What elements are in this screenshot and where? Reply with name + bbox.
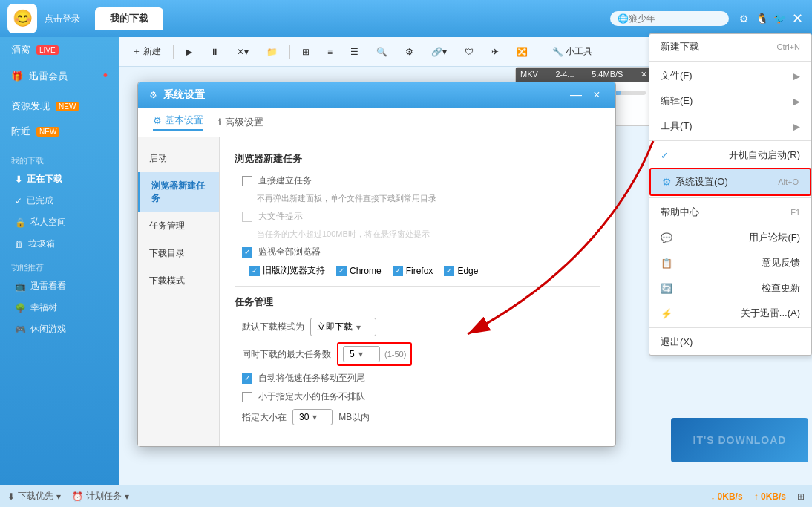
direct-task-checkbox[interactable] [242,176,252,186]
sidebar-item-nearby[interactable]: 附近 NEW [0,119,119,144]
large-file-sublabel: 当任务的大小超过100MB时，将在悬浮窗处提示 [257,229,430,240]
dialog-minimize-button[interactable]: — [569,88,583,102]
sidebar-item-happy-tree[interactable]: 🌳 幸福树 [0,297,119,318]
link-button[interactable]: 🔗▾ [425,45,453,59]
sidebar-item-trash[interactable]: 🗑 垃圾箱 [0,233,119,255]
menu-edit[interactable]: 编辑(E) ▶ [649,88,811,114]
menu-feedback[interactable]: 📋 意见反馈 [649,250,811,275]
login-button[interactable]: 点击登录 [45,13,80,25]
large-file-checkbox[interactable] [242,212,252,222]
tools-button[interactable]: 🔧 小工具 [546,43,598,60]
sidebar-item-resources[interactable]: 资源发现 NEW [0,94,119,119]
menu-about-label: 关于迅雷...(A) [741,307,800,320]
settings-icon[interactable]: ⚙ [736,11,751,26]
legacy-checkbox[interactable]: ✓ [249,266,260,276]
tab-advanced-settings[interactable]: ℹ 高级设置 [218,114,263,131]
sidebar-item-games[interactable]: 🎮 休闲游戏 [0,318,119,340]
mkv-info: 2-4... [555,70,574,79]
task-section-title: 任务管理 [235,295,600,309]
size-select[interactable]: 30 ▾ [292,409,333,425]
search-button[interactable]: 🔍 [370,45,393,59]
nav-download-mode[interactable]: 下载模式 [138,267,219,295]
sidebar-nearby-label: 附近 [11,125,30,138]
menu-help-shortcut: F1 [790,208,800,217]
default-mode-select[interactable]: 立即下载 ▾ [310,318,376,336]
sidebar-item-xunlei-tv[interactable]: 📺 迅雷看看 [0,275,119,297]
globe-icon: 🌐 [618,13,629,24]
firefox-checkbox[interactable]: ✓ [393,266,403,276]
sidebar-item-private[interactable]: 🔒 私人空间 [0,212,119,233]
window-icon[interactable]: 🐦 [772,11,787,26]
menu-separator-1 [649,61,811,62]
menu-new-download[interactable]: 新建下载 Ctrl+N [649,34,811,59]
dialog-settings-icon: ⚙ [149,90,157,100]
tab-basic-settings[interactable]: ⚙ 基本设置 [153,114,203,131]
grid-view-button[interactable]: ⊞ [797,491,805,502]
dialog-close-button[interactable]: × [589,88,604,102]
max-tasks-row: 同时下载的最大任务数 5 ▾ (1-50) [235,342,600,366]
sidebar-item-vip[interactable]: 🎁 迅雷会员 • [0,62,119,90]
monitor-browsers-checkbox[interactable]: ✓ [242,247,252,258]
forum-icon: 💬 [661,232,672,243]
menu-file[interactable]: 文件(F) ▶ [649,63,811,88]
firefox-label: Firefox [406,266,433,276]
search-input[interactable] [629,13,718,24]
menu-forum[interactable]: 💬 用户论坛(F) [649,225,811,250]
menu-new-download-label: 新建下载 [661,40,699,53]
direct-task-row: 直接建立任务 [235,174,600,187]
list-button[interactable]: ≡ [321,45,338,59]
max-tasks-range: (1-50) [384,350,406,359]
new-button[interactable]: ＋ 新建 [126,43,167,60]
menu-autostart-label: 开机自动启动(R) [729,148,800,162]
sidebar-item-completed[interactable]: ✓ 已完成 [0,190,119,212]
menu-autostart[interactable]: ✓ 开机自动启动(R) [649,143,811,168]
auto-move-checkbox[interactable]: ✓ [242,373,252,384]
sidebar-item-downloading[interactable]: ⬇ 正在下载 [0,169,119,190]
tv-icon: 📺 [15,281,26,292]
scheduled-task-button[interactable]: ⏰ 计划任务 ▾ [72,490,129,503]
legacy-label: 旧版浏览器支持 [263,264,325,277]
menu-help[interactable]: 帮助中心 F1 [649,200,811,225]
search-bar[interactable]: 🌐 [610,11,729,26]
close-icon[interactable]: ✕ [790,11,805,26]
edge-checkbox[interactable]: ✓ [444,266,454,276]
menu-file-arrow: ▶ [793,71,800,82]
nav-startup[interactable]: 启动 [138,145,219,172]
nav-task-management[interactable]: 任务管理 [138,212,219,240]
task-button[interactable]: ☰ [344,45,364,59]
gear-tab-icon: ⚙ [153,115,162,126]
play-button[interactable]: ▶ [180,45,198,59]
clock-icon: ⏰ [72,491,83,502]
sidebar-item-jiuwo[interactable]: 酒窝 LIVE [0,37,119,62]
menu-system-settings[interactable]: ⚙ 系统设置(O) Alt+O [649,168,811,196]
speed-button[interactable]: ✈ [485,45,505,59]
dialog-main-content: 浏览器新建任务 直接建立任务 不再弹出新建面板，单个文件直接下载到常用目录 大文… [220,137,615,446]
shield-button[interactable]: 🛡 [459,45,479,59]
share-button[interactable]: 🔀 [511,45,534,59]
my-downloads-tab[interactable]: 我的下载 [95,7,163,30]
small-no-queue-checkbox[interactable] [242,392,252,402]
system-settings-dialog: ⚙ 系统设置 — × ⚙ 基本设置 ℹ 高级设置 启动 浏览器新建任务 任务管理… [137,82,616,447]
features-section-label: 功能推荐 [0,255,119,275]
menu-check-update[interactable]: 🔄 检查更新 [649,275,811,301]
nav-download-dir[interactable]: 下载目录 [138,240,219,267]
browser-checks: ✓ 旧版浏览器支持 ✓ Chrome ✓ Firefox ✓ Edge [249,264,600,277]
max-tasks-select[interactable]: 5 ▾ [343,346,380,362]
menu-about[interactable]: ⚡ 关于迅雷...(A) [649,301,811,326]
grid-button[interactable]: ⊞ [296,45,315,59]
pause-button[interactable]: ⏸ [204,45,225,59]
minimize-icon[interactable]: 🐧 [754,11,769,26]
nav-browser-new-task[interactable]: 浏览器新建任务 [138,172,219,212]
menu-file-label: 文件(F) [661,69,693,82]
download-widget: IT'S DOWNLOAD [671,418,808,462]
upload-speed: ↑ 0KB/s [754,491,786,502]
chrome-checkbox[interactable]: ✓ [336,266,347,276]
delete-button[interactable]: ✕▾ [231,45,255,59]
folder-button[interactable]: 📁 [261,45,284,59]
menu-separator-3 [649,197,811,198]
settings-button[interactable]: ⚙ [399,45,419,59]
menu-tools[interactable]: 工具(T) ▶ [649,114,811,139]
mkv-close[interactable]: ✕ [641,70,647,79]
menu-exit[interactable]: 退出(X) [649,330,811,355]
download-priority-button[interactable]: ⬇ 下载优先 ▾ [7,490,61,503]
